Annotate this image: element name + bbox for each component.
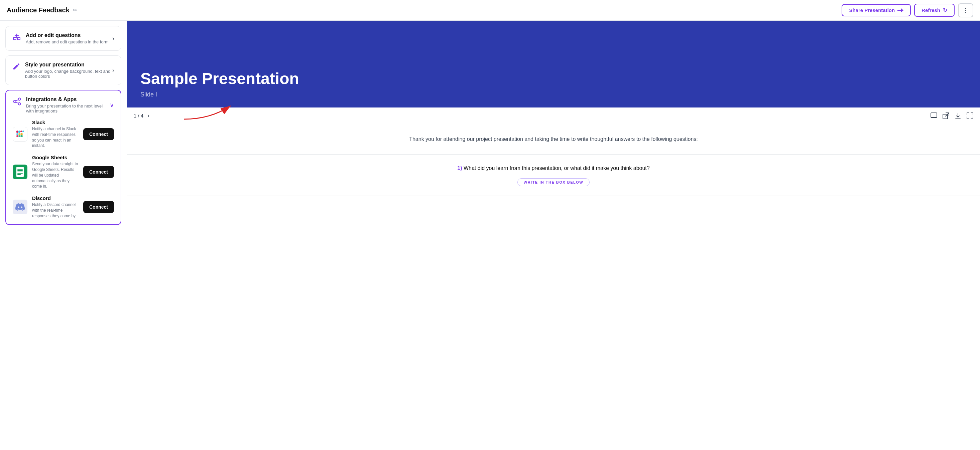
style-presentation-card[interactable]: Style your presentation Add your logo, c… — [5, 55, 121, 85]
add-questions-desc: Add, remove and edit questions in the fo… — [26, 40, 109, 44]
svg-rect-19 — [22, 130, 24, 132]
slide-preview-wrapper: Sample Presentation Slide I — [127, 21, 980, 108]
svg-rect-12 — [18, 135, 20, 137]
svg-rect-14 — [16, 130, 18, 133]
integrations-body: Slack Notify a channel in Slack with rea… — [6, 118, 121, 224]
svg-rect-23 — [18, 171, 23, 172]
slide-nav: 1 / 4 › — [134, 112, 150, 119]
google-sheets-logo — [13, 165, 27, 179]
header-left: Audience Feedback ✏ — [7, 6, 77, 14]
svg-rect-11 — [16, 133, 18, 135]
edit-title-icon[interactable]: ✏ — [73, 7, 77, 13]
slide-subtitle: Slide I — [140, 91, 967, 98]
slack-integration: Slack Notify a channel in Slack with rea… — [13, 119, 114, 149]
download-icon — [955, 112, 961, 119]
discord-integration: Discord Notify a Discord channel with th… — [13, 195, 114, 219]
svg-rect-18 — [21, 130, 22, 132]
fullscreen-icon — [967, 112, 973, 119]
integrations-title: Integrations & Apps — [26, 97, 110, 103]
card-text: Style your presentation Add your logo, c… — [25, 62, 112, 79]
svg-rect-10 — [16, 135, 18, 137]
share-arrow-icon — [897, 8, 904, 13]
left-panel: Add or edit questions Add, remove and ed… — [0, 21, 127, 450]
write-in-label: WRITE IN THE BOX BELOW — [517, 178, 590, 186]
svg-marker-0 — [897, 8, 904, 13]
svg-line-9 — [16, 102, 18, 103]
svg-rect-17 — [21, 133, 23, 135]
question-text: 1) What did you learn from this presenta… — [140, 164, 967, 173]
svg-rect-27 — [931, 113, 937, 117]
discord-name: Discord — [32, 195, 78, 201]
style-title: Style your presentation — [25, 62, 112, 68]
google-sheets-icon — [16, 167, 24, 177]
svg-rect-16 — [21, 135, 23, 137]
refresh-label: Refresh — [921, 7, 940, 13]
slide-page-indicator: 1 / 4 — [134, 113, 143, 119]
more-options-button[interactable]: ⋮ — [958, 3, 973, 17]
add-questions-icon — [13, 33, 21, 44]
svg-rect-13 — [18, 133, 20, 135]
discord-info: Discord Notify a Discord channel with th… — [32, 195, 78, 219]
integrations-header[interactable]: Integrations & Apps Bring your presentat… — [6, 90, 121, 118]
svg-point-6 — [18, 98, 21, 100]
svg-rect-25 — [18, 174, 21, 175]
slack-desc: Notify a channel in Slack with real-time… — [32, 126, 78, 149]
right-panel: Sample Presentation Slide I 1 / 4 › — [127, 21, 980, 450]
refresh-icon: ↻ — [943, 7, 947, 13]
svg-line-8 — [16, 100, 18, 101]
svg-line-29 — [946, 113, 949, 116]
external-link-button[interactable] — [943, 112, 949, 119]
slack-icon — [15, 130, 25, 139]
svg-rect-3 — [13, 37, 16, 40]
discord-logo — [13, 200, 27, 214]
svg-point-7 — [18, 103, 21, 105]
google-sheets-desc: Send your data straight to Google Sheets… — [32, 161, 78, 189]
integrations-card: Integrations & Apps Bring your presentat… — [5, 90, 121, 225]
slack-info: Slack Notify a channel in Slack with rea… — [32, 119, 78, 149]
discord-icon — [15, 203, 25, 211]
form-area: Thank you for attending our project pres… — [127, 124, 980, 450]
integrations-desc: Bring your presentation to the next leve… — [26, 103, 110, 114]
slack-logo — [13, 127, 27, 141]
download-button[interactable] — [955, 112, 961, 119]
chevron-right-icon: › — [112, 67, 114, 74]
next-slide-button[interactable]: › — [147, 112, 150, 119]
discord-connect-button[interactable]: Connect — [83, 201, 114, 213]
comment-button[interactable] — [931, 112, 937, 119]
form-intro: Thank you for attending our project pres… — [127, 124, 980, 155]
discord-desc: Notify a Discord channel with the real-t… — [32, 202, 78, 219]
intro-text: Thank you for attending our project pres… — [409, 136, 698, 142]
share-presentation-button[interactable]: Share Presentation — [842, 4, 911, 16]
google-sheets-name: Google Sheets — [32, 155, 78, 160]
app-header: Audience Feedback ✏ Share Presentation R… — [0, 0, 980, 21]
svg-rect-24 — [18, 173, 23, 174]
style-desc: Add your logo, change background, text a… — [25, 69, 112, 79]
question-number: 1) — [457, 165, 462, 171]
google-sheets-connect-button[interactable]: Connect — [83, 166, 114, 178]
slack-connect-button[interactable]: Connect — [83, 128, 114, 140]
share-label: Share Presentation — [849, 7, 895, 13]
more-icon: ⋮ — [963, 7, 969, 14]
external-link-icon — [943, 112, 949, 119]
google-sheets-info: Google Sheets Send your data straight to… — [32, 155, 78, 189]
svg-rect-22 — [18, 170, 23, 171]
fullscreen-button[interactable] — [967, 112, 973, 119]
chevron-right-icon: › — [112, 35, 114, 42]
slide-preview: Sample Presentation Slide I — [127, 21, 980, 108]
main-layout: Add or edit questions Add, remove and ed… — [0, 21, 980, 450]
svg-rect-21 — [18, 169, 23, 170]
header-actions: Share Presentation Refresh ↻ ⋮ — [842, 3, 973, 17]
slide-actions — [931, 112, 973, 119]
google-sheets-integration: Google Sheets Send your data straight to… — [13, 155, 114, 189]
slack-name: Slack — [32, 119, 78, 125]
svg-rect-4 — [18, 37, 20, 40]
slide-title: Sample Presentation — [140, 70, 967, 88]
question-1: 1) What did you learn from this presenta… — [127, 155, 980, 196]
integrations-header-left: Integrations & Apps Bring your presentat… — [13, 97, 110, 114]
chevron-down-icon: ∨ — [110, 101, 114, 109]
add-questions-title: Add or edit questions — [26, 32, 109, 38]
add-edit-questions-card[interactable]: Add or edit questions Add, remove and ed… — [5, 26, 121, 51]
refresh-button[interactable]: Refresh ↻ — [914, 4, 955, 17]
svg-rect-15 — [18, 130, 20, 133]
question-body: What did you learn from this presentatio… — [464, 165, 650, 171]
